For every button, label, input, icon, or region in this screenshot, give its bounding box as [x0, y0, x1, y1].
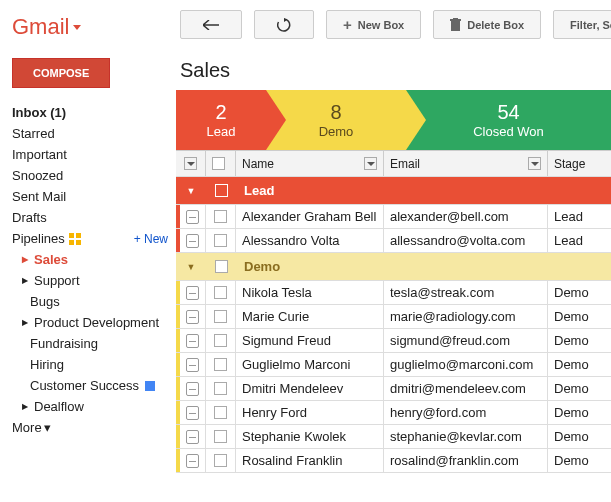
nav-dealflow[interactable]: ▶Dealflow	[12, 396, 176, 417]
row-checkbox[interactable]	[214, 286, 227, 299]
cell-name[interactable]: Sigmund Freud	[236, 329, 384, 352]
cell-name[interactable]: Dmitri Mendeleev	[236, 377, 384, 400]
nav-hiring[interactable]: Hiring	[12, 354, 176, 375]
collapse-caret-icon[interactable]: ▼	[176, 262, 206, 272]
row-handle-icon[interactable]	[176, 205, 206, 228]
table-row[interactable]: Nikola Tesla tesla@streak.com Demo	[176, 281, 611, 305]
table-row[interactable]: Marie Curie marie@radiology.com Demo	[176, 305, 611, 329]
back-button[interactable]	[180, 10, 242, 39]
cell-name[interactable]: Nikola Tesla	[236, 281, 384, 304]
cell-stage[interactable]: Demo	[548, 353, 611, 376]
table-row[interactable]: Rosalind Franklin rosalind@franklin.com …	[176, 449, 611, 473]
nav-fundraising[interactable]: Fundraising	[12, 333, 176, 354]
table-row[interactable]: Guglielmo Marconi guglielmo@marconi.com …	[176, 353, 611, 377]
nav-starred[interactable]: Starred	[12, 123, 176, 144]
select-all-checkbox[interactable]	[206, 151, 236, 176]
nav-sales[interactable]: ▶Sales	[12, 249, 176, 270]
row-checkbox[interactable]	[214, 406, 227, 419]
nav-support[interactable]: ▶Support	[12, 270, 176, 291]
delete-box-button[interactable]: Delete Box	[433, 10, 541, 39]
cell-email[interactable]: sigmund@freud.com	[384, 329, 548, 352]
cell-name[interactable]: Rosalind Franklin	[236, 449, 384, 472]
table-row[interactable]: Dmitri Mendeleev dmitri@mendeleev.com De…	[176, 377, 611, 401]
cell-email[interactable]: alexander@bell.com	[384, 205, 548, 228]
cell-stage[interactable]: Demo	[548, 329, 611, 352]
column-header-stage[interactable]: Stage	[548, 151, 611, 176]
cell-email[interactable]: dmitri@mendeleev.com	[384, 377, 548, 400]
nav-important[interactable]: Important	[12, 144, 176, 165]
row-handle-icon[interactable]	[176, 229, 206, 252]
row-handle-icon[interactable]	[176, 329, 206, 352]
row-checkbox[interactable]	[214, 382, 227, 395]
row-checkbox[interactable]	[214, 310, 227, 323]
table-row[interactable]: Alexander Graham Bell alexander@bell.com…	[176, 205, 611, 229]
row-checkbox[interactable]	[214, 454, 227, 467]
select-all-dropdown[interactable]	[176, 151, 206, 176]
row-handle-icon[interactable]	[176, 377, 206, 400]
filter-sort-button[interactable]: Filter, Sort,	[553, 10, 611, 39]
nav-pipelines[interactable]: Pipelines + New	[12, 228, 176, 249]
cell-email[interactable]: rosalind@franklin.com	[384, 449, 548, 472]
cell-stage[interactable]: Lead	[548, 229, 611, 252]
nav-sent[interactable]: Sent Mail	[12, 186, 176, 207]
cell-stage[interactable]: Demo	[548, 281, 611, 304]
nav-bugs[interactable]: Bugs	[12, 291, 176, 312]
refresh-button[interactable]	[254, 10, 314, 39]
stage-demo[interactable]: 8 Demo	[266, 90, 406, 150]
nav-customersuccess[interactable]: Customer Success	[12, 375, 176, 396]
nav-more[interactable]: More ▾	[12, 417, 176, 438]
row-handle-icon[interactable]	[176, 425, 206, 448]
cell-name[interactable]: Stephanie Kwolek	[236, 425, 384, 448]
group-checkbox[interactable]	[215, 260, 228, 273]
cell-email[interactable]: guglielmo@marconi.com	[384, 353, 548, 376]
logo-dropdown-caret-icon[interactable]	[73, 25, 81, 30]
table-row[interactable]: Stephanie Kwolek stephanie@kevlar.com De…	[176, 425, 611, 449]
cell-name[interactable]: Guglielmo Marconi	[236, 353, 384, 376]
cell-stage[interactable]: Demo	[548, 377, 611, 400]
cell-email[interactable]: henry@ford.com	[384, 401, 548, 424]
cell-name[interactable]: Henry Ford	[236, 401, 384, 424]
row-handle-icon[interactable]	[176, 281, 206, 304]
nav-snoozed[interactable]: Snoozed	[12, 165, 176, 186]
cell-stage[interactable]: Demo	[548, 401, 611, 424]
cell-stage[interactable]: Demo	[548, 449, 611, 472]
logo[interactable]: Gmail	[12, 14, 69, 40]
row-handle-icon[interactable]	[176, 305, 206, 328]
table-row[interactable]: Alessandro Volta allessandro@volta.com L…	[176, 229, 611, 253]
row-checkbox[interactable]	[214, 234, 227, 247]
chevron-down-icon	[531, 162, 539, 166]
row-handle-icon[interactable]	[176, 353, 206, 376]
row-checkbox[interactable]	[214, 210, 227, 223]
cell-email[interactable]: stephanie@kevlar.com	[384, 425, 548, 448]
nav-productdev[interactable]: ▶Product Development	[12, 312, 176, 333]
table-row[interactable]: Henry Ford henry@ford.com Demo	[176, 401, 611, 425]
row-checkbox[interactable]	[214, 430, 227, 443]
cell-email[interactable]: allessandro@volta.com	[384, 229, 548, 252]
new-box-button[interactable]: + New Box	[326, 10, 421, 39]
nav-drafts[interactable]: Drafts	[12, 207, 176, 228]
cell-name[interactable]: Alessandro Volta	[236, 229, 384, 252]
cell-email[interactable]: marie@radiology.com	[384, 305, 548, 328]
group-header-demo[interactable]: ▼ Demo	[176, 253, 611, 281]
collapse-caret-icon[interactable]: ▼	[176, 186, 206, 196]
table-row[interactable]: Sigmund Freud sigmund@freud.com Demo	[176, 329, 611, 353]
row-checkbox[interactable]	[214, 358, 227, 371]
stage-closedwon[interactable]: 54 Closed Won	[406, 90, 611, 150]
stage-lead[interactable]: 2 Lead	[176, 90, 266, 150]
group-checkbox[interactable]	[215, 184, 228, 197]
cell-stage[interactable]: Lead	[548, 205, 611, 228]
cell-name[interactable]: Alexander Graham Bell	[236, 205, 384, 228]
row-handle-icon[interactable]	[176, 401, 206, 424]
cell-stage[interactable]: Demo	[548, 425, 611, 448]
cell-email[interactable]: tesla@streak.com	[384, 281, 548, 304]
column-header-email[interactable]: Email	[384, 151, 548, 176]
compose-button[interactable]: COMPOSE	[12, 58, 110, 88]
column-header-name[interactable]: Name	[236, 151, 384, 176]
row-handle-icon[interactable]	[176, 449, 206, 472]
new-pipeline-link[interactable]: + New	[134, 232, 168, 246]
row-checkbox[interactable]	[214, 334, 227, 347]
group-header-lead[interactable]: ▼ Lead	[176, 177, 611, 205]
cell-name[interactable]: Marie Curie	[236, 305, 384, 328]
nav-inbox[interactable]: Inbox (1)	[12, 102, 176, 123]
cell-stage[interactable]: Demo	[548, 305, 611, 328]
